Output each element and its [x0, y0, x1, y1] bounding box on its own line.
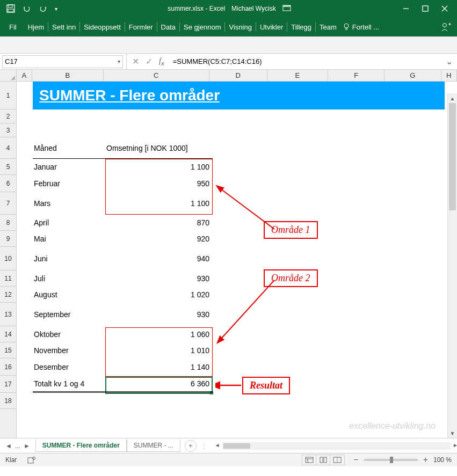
- row-9[interactable]: 9: [0, 231, 16, 247]
- cell-B15[interactable]: November: [33, 342, 105, 358]
- row-6[interactable]: 6: [0, 175, 16, 192]
- tab-file[interactable]: Fil: [5, 22, 24, 32]
- redo-icon[interactable]: [39, 4, 47, 13]
- col-G[interactable]: G: [385, 70, 441, 81]
- row-8[interactable]: 8: [0, 215, 16, 231]
- hscroll-left-icon[interactable]: ◄: [215, 442, 220, 448]
- cell-B14[interactable]: Oktober: [33, 326, 105, 342]
- ribbon-display-icon[interactable]: [282, 5, 291, 12]
- cell-C11[interactable]: 930: [105, 270, 213, 287]
- row-11[interactable]: 11: [0, 270, 16, 287]
- col-A[interactable]: A: [17, 70, 33, 81]
- tab-view[interactable]: Visning: [225, 22, 256, 32]
- tab-insert[interactable]: Sett inn: [48, 22, 80, 32]
- cell-B5[interactable]: Januar: [33, 159, 105, 175]
- col-F[interactable]: F: [328, 70, 385, 81]
- cell-C6[interactable]: 950: [105, 175, 213, 192]
- scroll-down-icon[interactable]: ▼: [448, 428, 457, 438]
- cell-C16[interactable]: 1 140: [105, 358, 213, 376]
- row-14[interactable]: 14: [0, 326, 16, 342]
- sheet-tab-active[interactable]: SUMMER - Flere områder: [35, 440, 127, 452]
- row-5[interactable]: 5: [0, 159, 16, 175]
- cancel-formula-icon[interactable]: ✕: [132, 56, 139, 67]
- tab-home[interactable]: Hjem: [24, 22, 48, 32]
- sheet-nav-next-icon[interactable]: ►: [24, 442, 30, 450]
- cell-C5[interactable]: 1 100: [105, 159, 213, 175]
- row-12[interactable]: 12: [0, 287, 16, 303]
- cells-area[interactable]: SUMMER - Flere områder Område 1 Område 2…: [17, 82, 457, 438]
- namebox-dropdown-icon[interactable]: ▾: [118, 58, 120, 64]
- formula-input[interactable]: [170, 55, 446, 68]
- view-pagelayout-icon[interactable]: [316, 455, 330, 465]
- cell-C8[interactable]: 870: [105, 215, 213, 231]
- cell-B13[interactable]: September: [33, 303, 105, 326]
- cell-B16[interactable]: Desember: [33, 358, 105, 376]
- name-box[interactable]: C17 ▾: [2, 55, 123, 68]
- cell-C17[interactable]: 6 360: [105, 376, 213, 393]
- row-15[interactable]: 15: [0, 342, 16, 358]
- cell-C10[interactable]: 940: [105, 247, 213, 270]
- col-C[interactable]: C: [104, 70, 209, 81]
- row-13[interactable]: 13: [0, 303, 16, 326]
- col-B[interactable]: B: [32, 70, 104, 81]
- select-all[interactable]: [0, 70, 17, 81]
- tab-formulas[interactable]: Formler: [125, 22, 157, 32]
- cell-C12[interactable]: 1 020: [105, 287, 213, 303]
- minimize-icon[interactable]: [401, 4, 411, 13]
- cell-B9[interactable]: Mai: [33, 231, 105, 247]
- cell-B17[interactable]: Totalt kv 1 og 4: [33, 376, 105, 393]
- row-7[interactable]: 7: [0, 192, 16, 215]
- row-17[interactable]: 17: [0, 376, 16, 393]
- cell-C15[interactable]: 1 010: [105, 342, 213, 358]
- row-1[interactable]: 1: [0, 82, 16, 109]
- horizontal-scrollbar[interactable]: ◄ ►: [222, 442, 451, 450]
- tab-data[interactable]: Data: [157, 22, 180, 32]
- cell-C7[interactable]: 1 100: [105, 192, 213, 215]
- tab-review[interactable]: Se gjennom: [180, 22, 225, 32]
- zoom-out-icon[interactable]: −: [353, 455, 358, 465]
- tell-me[interactable]: Fortell ...: [343, 23, 380, 31]
- cell-B4[interactable]: Måned: [33, 137, 105, 159]
- close-icon[interactable]: [440, 4, 449, 13]
- col-E[interactable]: E: [267, 70, 328, 81]
- hscroll-right-icon[interactable]: ►: [453, 442, 457, 448]
- add-sheet-icon[interactable]: +: [185, 440, 197, 452]
- row-2[interactable]: 2: [0, 109, 16, 123]
- cell-C9[interactable]: 920: [105, 231, 213, 247]
- sheet-tab-other[interactable]: SUMMER - ...: [127, 440, 180, 452]
- vertical-scrollbar[interactable]: ▲ ▼: [447, 93, 457, 438]
- zoom-level[interactable]: 100 %: [433, 456, 452, 464]
- fx-icon[interactable]: fx: [159, 57, 164, 67]
- cell-C13[interactable]: 930: [105, 303, 213, 326]
- cell-B7[interactable]: Mars: [33, 192, 105, 215]
- view-normal-icon[interactable]: [302, 455, 316, 465]
- cell-C14[interactable]: 1 060: [105, 326, 213, 342]
- tab-pagelayout[interactable]: Sideoppsett: [80, 22, 125, 32]
- col-D[interactable]: D: [209, 70, 267, 81]
- view-pagebreak-icon[interactable]: [330, 455, 344, 465]
- tab-addins[interactable]: Tillegg: [287, 22, 316, 32]
- maximize-icon[interactable]: [420, 4, 430, 13]
- cell-B11[interactable]: Juli: [33, 270, 105, 287]
- row-18[interactable]: 18: [0, 393, 16, 409]
- sheet-nav-prev-icon[interactable]: ◄: [5, 442, 12, 450]
- col-H[interactable]: H: [441, 70, 458, 81]
- accept-formula-icon[interactable]: ✓: [146, 56, 153, 67]
- undo-icon[interactable]: [23, 4, 31, 13]
- cell-B6[interactable]: Februar: [33, 175, 105, 192]
- scroll-up-icon[interactable]: ▲: [448, 93, 457, 103]
- share-icon[interactable]: [441, 21, 452, 32]
- row-10[interactable]: 10: [0, 247, 16, 270]
- cell-B10[interactable]: Juni: [33, 247, 105, 270]
- tab-developer[interactable]: Utvikler: [256, 22, 287, 32]
- cell-C4[interactable]: Omsetning [i NOK 1000]: [105, 137, 213, 159]
- zoom-slider[interactable]: [364, 459, 418, 461]
- cell-B8[interactable]: April: [33, 215, 105, 231]
- zoom-in-icon[interactable]: +: [423, 455, 428, 465]
- row-4[interactable]: 4: [0, 137, 16, 159]
- row-3[interactable]: 3: [0, 123, 16, 137]
- expand-formula-icon[interactable]: ⌄: [446, 56, 457, 67]
- cell-B12[interactable]: August: [33, 287, 105, 303]
- macro-record-icon[interactable]: [27, 456, 36, 464]
- tab-team[interactable]: Team: [316, 22, 340, 32]
